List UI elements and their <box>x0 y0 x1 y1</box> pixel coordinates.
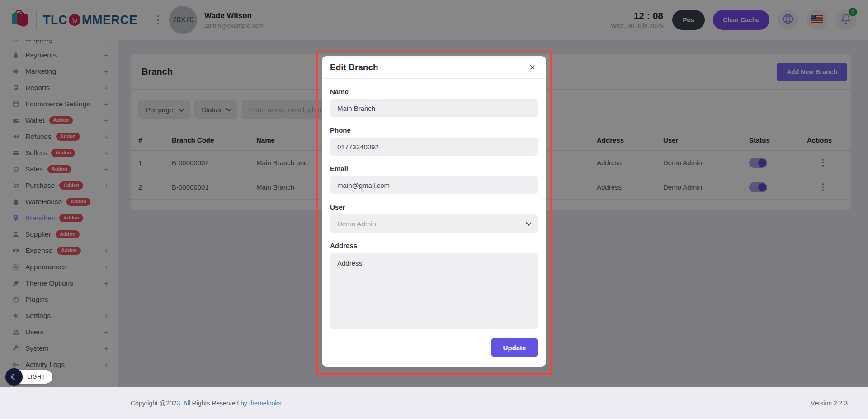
phone-label: Phone <box>330 126 538 134</box>
name-field[interactable] <box>330 99 538 117</box>
phone-field-group: Phone <box>330 126 538 156</box>
modal-close-icon[interactable]: × <box>527 62 538 73</box>
vendor-link[interactable]: themelooks <box>249 400 282 407</box>
version-text: Version 2.2.3 <box>811 400 848 407</box>
address-field[interactable]: Address <box>330 253 538 329</box>
user-field-group: User Demo Admin <box>330 203 538 233</box>
theme-toggle[interactable]: ☾ LIGHT <box>5 368 52 386</box>
email-field-group: Email <box>330 165 538 194</box>
email-label: Email <box>330 165 538 172</box>
name-field-group: Name <box>330 88 538 117</box>
modal-footer: Update <box>330 338 538 357</box>
modal-header: Edit Branch × <box>322 56 546 79</box>
address-label: Address <box>330 242 538 249</box>
address-field-group: Address Address <box>330 242 538 331</box>
app-root: TLC MMERCE 70X70 Wade Wilson admin@examp… <box>0 0 868 419</box>
modal-title: Edit Branch <box>330 62 378 72</box>
modal-body: Name Phone Email User Demo Admin Address <box>322 79 546 367</box>
phone-field[interactable] <box>330 138 538 156</box>
moon-icon: ☾ <box>5 368 23 386</box>
edit-branch-modal: Edit Branch × Name Phone Email User Demo… <box>322 56 546 367</box>
user-label: User <box>330 203 538 211</box>
user-select-value: Demo Admin <box>337 220 376 228</box>
chevron-down-icon <box>526 220 532 226</box>
update-button[interactable]: Update <box>491 338 538 357</box>
name-label: Name <box>330 88 538 95</box>
copyright-prefix: Copyright @2023. All Rights Reserved by <box>131 400 249 407</box>
email-field[interactable] <box>330 176 538 194</box>
user-select[interactable]: Demo Admin <box>330 214 538 233</box>
copyright-text: Copyright @2023. All Rights Reserved by … <box>131 400 281 407</box>
page-footer: Copyright @2023. All Rights Reserved by … <box>0 387 868 419</box>
